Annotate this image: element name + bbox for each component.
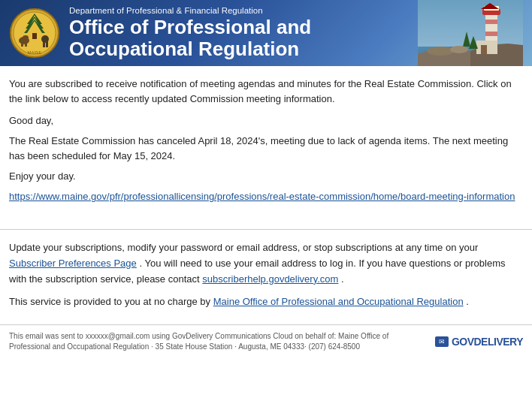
header-text: Department of Professional & Financial R… [69,6,418,59]
service-text: This service is provided to you at no ch… [9,296,210,307]
service-paragraph: This service is provided to you at no ch… [9,294,523,309]
main-content: You are subscribed to receive notificati… [0,66,532,219]
svg-rect-20 [485,32,497,36]
meeting-info-link[interactable]: https://www.maine.gov/pfr/professionalli… [9,191,515,202]
svg-rect-8 [25,41,27,47]
state-seal: MAINE [9,8,60,59]
footer-paragraph: Update your subscriptions, modify your p… [9,240,523,287]
help-email-link[interactable]: subscriberhelp.govdelivery.com [202,273,338,285]
period1: . [341,273,344,285]
svg-text:MAINE: MAINE [27,50,41,55]
meeting-link-block: https://www.maine.gov/pfr/professionalli… [9,191,523,202]
lighthouse-image [418,0,523,66]
svg-point-29 [450,46,468,53]
department-line: Department of Professional & Financial R… [69,6,418,15]
greeting-text: Good day, [9,115,523,126]
organization-link[interactable]: Maine Office of Professional and Occupat… [213,296,464,307]
section-divider [0,229,532,230]
svg-rect-12 [46,41,48,47]
enjoy-text: Enjoy your day. [9,170,523,182]
svg-point-9 [23,35,29,40]
bottom-bar: This email was sent to xxxxxx@gmail.com … [0,324,532,358]
svg-rect-19 [485,20,497,24]
svg-point-28 [427,47,454,56]
header-title: Office of Professional and Occupational … [69,17,418,59]
svg-rect-5 [32,33,37,39]
period2: . [466,296,469,307]
footer-section: Update your subscriptions, modify your p… [0,240,532,324]
header-banner: MAINE Department of Professional & Finan… [0,0,532,66]
subscriber-preferences-link[interactable]: Subscriber Preferences Page [9,258,137,269]
govdelivery-email-icon [435,336,449,347]
bottom-sent-text: This email was sent to xxxxxx@gmail.com … [9,331,435,352]
govdelivery-brand: GOVDELIVERY [452,336,523,348]
body-paragraph: The Real Estate Commission has canceled … [9,134,523,163]
intro-paragraph: You are subscribed to receive notificati… [9,77,523,106]
update-text: Update your subscriptions, modify your p… [9,242,478,253]
svg-rect-25 [481,45,487,54]
svg-rect-7 [21,41,23,47]
svg-rect-11 [43,41,45,47]
govdelivery-logo: GOVDELIVERY [435,336,523,348]
